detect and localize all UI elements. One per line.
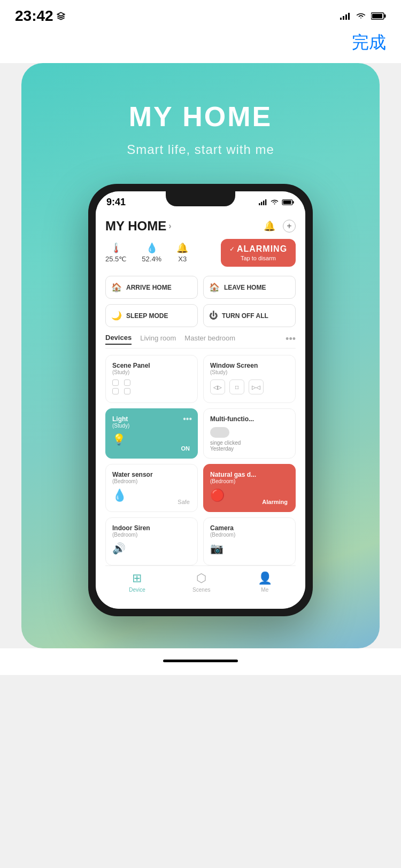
device-window-screen[interactable]: Window Screen (Study) ◁▷ □ ▷◁: [203, 355, 296, 403]
device-status: Alarming: [262, 499, 288, 505]
nav-device[interactable]: ⊞ Device: [129, 571, 145, 593]
app-header: MY HOME › 🔔 +: [105, 211, 296, 239]
nav-scenes[interactable]: ⬡ Scenes: [192, 571, 210, 593]
phone-signal-icon: [259, 199, 267, 205]
device-name: Natural gas d...: [210, 471, 289, 478]
window-btn-stop[interactable]: □: [229, 379, 244, 394]
sensor-row: 🌡️ 25.5℃ 💧 52.4% 🔔 X3: [105, 239, 203, 270]
device-scene-panel[interactable]: Scene Panel (Study): [105, 355, 198, 403]
bell-icon[interactable]: 🔔: [264, 220, 275, 232]
wifi-icon: [356, 12, 366, 20]
multi-toggle[interactable]: [210, 427, 229, 438]
me-nav-icon: 👤: [258, 571, 272, 585]
phone-status-bar: 9:41: [96, 191, 305, 211]
humidity-value: 52.4%: [142, 255, 161, 263]
me-nav-label: Me: [261, 587, 268, 593]
light-more-icon[interactable]: •••: [183, 414, 192, 424]
tab-devices[interactable]: Devices: [105, 334, 132, 345]
svg-rect-9: [263, 200, 264, 205]
device-name: Water sensor: [112, 471, 191, 478]
arrive-home-button[interactable]: 🏠 ARRIVE HOME: [105, 276, 198, 299]
sleep-mode-button[interactable]: 🌙 SLEEP MODE: [105, 304, 198, 327]
home-title: MY HOME ›: [105, 219, 172, 234]
svg-rect-13: [283, 200, 291, 204]
device-name: Indoor Siren: [112, 524, 191, 532]
device-name: Camera: [210, 524, 289, 532]
header-icons: 🔔 +: [264, 220, 296, 232]
sensors-group: 🌡️ 25.5℃ 💧 52.4% 🔔 X3: [105, 239, 203, 270]
device-name: Light: [112, 415, 191, 423]
tabs-row: Devices Living room Master bedroom •••: [105, 334, 296, 348]
status-icons: [340, 12, 386, 20]
temp-sensor: 🌡️ 25.5℃: [105, 242, 127, 263]
svg-rect-8: [261, 202, 262, 205]
phone-content: MY HOME › 🔔 + 🌡️ 25.5℃: [96, 211, 305, 609]
battery-icon: [371, 12, 386, 20]
alert-sensor: 🔔 X3: [176, 242, 188, 263]
window-btn-left[interactable]: ◁▷: [210, 379, 225, 394]
device-location: (Bedroom): [210, 532, 289, 538]
device-location: (Study): [210, 369, 289, 375]
phone-status-icons: [259, 199, 295, 205]
alert-value: X3: [178, 255, 187, 263]
device-location: (Bedroom): [210, 478, 289, 484]
scene-grid: 🏠 ARRIVE HOME 🏠 LEAVE HOME 🌙 SLEEP MODE …: [105, 276, 296, 327]
device-gas-detector[interactable]: Natural gas d... (Bedroom) 🔴 Alarming: [203, 464, 296, 512]
done-button[interactable]: 完成: [352, 31, 386, 55]
arrive-icon: 🏠: [111, 282, 122, 292]
svg-rect-6: [372, 14, 382, 18]
alarm-title: ALARMING: [237, 244, 287, 254]
alarm-banner[interactable]: ✓ ALARMING Tap to disarm: [221, 239, 296, 267]
multi-status: singe clicked Yesterday: [210, 440, 289, 452]
home-indicator: [0, 648, 401, 675]
device-location: (Study): [112, 369, 191, 375]
svg-rect-7: [259, 203, 260, 205]
svg-rect-0: [340, 18, 342, 20]
device-location: (Study): [112, 423, 191, 429]
alarm-subtitle: Tap to disarm: [241, 255, 276, 261]
device-grid: Scene Panel (Study) Window Screen (Study…: [105, 355, 296, 565]
phone-time: 9:41: [106, 197, 126, 208]
nav-me[interactable]: 👤 Me: [258, 571, 272, 593]
scenes-nav-icon: ⬡: [196, 571, 206, 585]
device-name: Multi-functio...: [210, 415, 289, 423]
phone-battery-icon: [282, 199, 295, 205]
svg-rect-10: [265, 199, 266, 205]
leave-icon: 🏠: [209, 282, 220, 292]
turn-off-all-button[interactable]: ⏻ TURN OFF ALL: [203, 304, 296, 327]
add-icon[interactable]: +: [283, 220, 296, 232]
temp-icon: 🌡️: [110, 242, 122, 254]
status-time: 23:42: [15, 7, 65, 25]
bottom-nav: ⊞ Device ⬡ Scenes 👤 Me: [105, 565, 296, 600]
location-icon: [57, 12, 65, 20]
svg-rect-5: [384, 14, 386, 18]
phone-wifi-icon: [271, 199, 279, 205]
device-status: Safe: [178, 499, 190, 505]
device-light[interactable]: Light (Study) ••• 💡 ON: [105, 408, 198, 459]
tab-living-room[interactable]: Living room: [140, 334, 176, 344]
svg-rect-12: [292, 201, 294, 204]
humidity-sensor: 💧 52.4%: [142, 242, 161, 263]
device-nav-label: Device: [129, 587, 145, 593]
device-name: Scene Panel: [112, 362, 191, 369]
app-title: MY HOME: [129, 100, 273, 133]
tabs-more-icon[interactable]: •••: [286, 334, 296, 345]
sleep-icon: 🌙: [111, 311, 122, 321]
phone-screen: 9:41: [96, 191, 305, 609]
tab-master-bedroom[interactable]: Master bedroom: [184, 334, 235, 344]
window-btn-right[interactable]: ▷◁: [249, 379, 264, 394]
panel-dot-2: [124, 379, 130, 386]
camera-icon: 📷: [210, 542, 289, 555]
signal-icon: [340, 12, 351, 20]
device-siren[interactable]: Indoor Siren (Bedroom) 🔊: [105, 517, 198, 565]
status-bar: 23:42: [0, 0, 401, 29]
scenes-nav-label: Scenes: [192, 587, 210, 593]
svg-rect-1: [343, 16, 344, 20]
device-water-sensor[interactable]: Water sensor (Bedroom) 💧 Safe: [105, 464, 198, 512]
device-camera[interactable]: Camera (Bedroom) 📷: [203, 517, 296, 565]
device-location: (Bedroom): [112, 532, 191, 538]
power-icon: ⏻: [209, 311, 218, 321]
app-card: MY HOME Smart life, start with me 9:41: [21, 63, 380, 648]
device-multi[interactable]: Multi-functio... singe clicked Yesterday: [203, 408, 296, 459]
leave-home-button[interactable]: 🏠 LEAVE HOME: [203, 276, 296, 299]
